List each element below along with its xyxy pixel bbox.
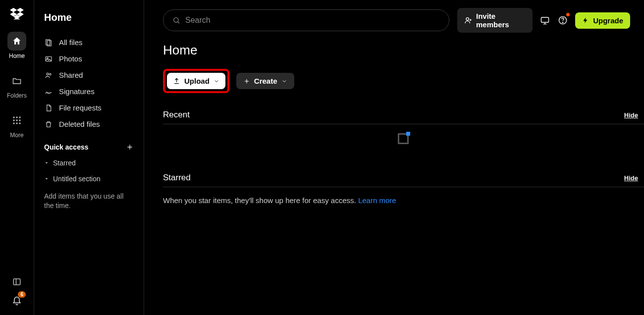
starred-empty-text: When you star items, they'll show up her…	[163, 196, 358, 205]
svg-point-21	[562, 22, 563, 23]
notification-dot	[566, 13, 570, 16]
files-icon	[44, 39, 53, 47]
nav-item-label: Deleted files	[59, 120, 100, 128]
svg-rect-0	[13, 117, 15, 118]
invite-members-button[interactable]: Invite members	[457, 8, 533, 33]
svg-point-17	[174, 18, 178, 22]
svg-rect-1	[16, 117, 18, 118]
nav-item-photos[interactable]: Photos	[34, 51, 144, 67]
main-area: Invite members Upgrade Home Upload	[144, 0, 644, 315]
create-label: Create	[254, 77, 277, 85]
rail-item-more[interactable]: More	[3, 111, 30, 139]
app-rail: Home Folders More 6	[0, 0, 34, 315]
screen-icon	[540, 15, 550, 25]
upgrade-label: Upgrade	[593, 16, 623, 25]
grid-icon	[12, 116, 21, 125]
notification-badge: 6	[18, 291, 26, 298]
recent-hide-link[interactable]: Hide	[624, 111, 638, 119]
upload-icon	[173, 77, 180, 85]
quick-access-section-starred[interactable]: Starred	[34, 155, 144, 171]
people-icon	[44, 71, 53, 79]
notifications-button[interactable]: 6	[12, 296, 22, 306]
nav-item-label: File requests	[59, 104, 102, 112]
rail-item-label: Home	[9, 52, 25, 59]
image-icon	[44, 55, 53, 63]
svg-point-15	[47, 73, 49, 75]
home-icon	[12, 36, 22, 46]
chevron-down-icon	[214, 78, 219, 84]
chevron-down-icon	[281, 78, 287, 84]
nav-item-file-requests[interactable]: File requests	[34, 100, 144, 116]
nav-item-label: Shared	[59, 71, 83, 79]
search-input[interactable]	[185, 16, 440, 25]
quick-access-section-untitled[interactable]: Untitled section	[34, 171, 144, 187]
learn-more-link[interactable]: Learn more	[358, 196, 396, 205]
dropbox-logo-icon[interactable]	[10, 8, 24, 20]
invite-label: Invite members	[476, 12, 526, 29]
svg-rect-8	[19, 123, 21, 124]
chevron-down-icon	[44, 176, 49, 181]
search-box[interactable]	[163, 9, 449, 31]
chevron-down-icon	[44, 160, 49, 165]
svg-rect-3	[13, 120, 15, 121]
add-quick-access-button[interactable]	[126, 143, 134, 151]
quick-access-title: Quick access	[44, 143, 89, 151]
nav-item-signatures[interactable]: Signatures	[34, 83, 144, 100]
nav-item-label: Signatures	[59, 87, 95, 96]
nav-item-label: Photos	[59, 54, 82, 63]
nav-item-all-files[interactable]: All files	[34, 34, 144, 51]
help-button[interactable]	[557, 14, 568, 26]
rail-item-label: More	[10, 132, 23, 139]
svg-rect-7	[16, 123, 18, 124]
nav-item-deleted-files[interactable]: Deleted files	[34, 116, 144, 132]
svg-rect-4	[16, 120, 18, 121]
starred-hide-link[interactable]: Hide	[624, 174, 638, 182]
svg-rect-19	[541, 17, 548, 22]
help-icon	[558, 15, 568, 25]
svg-point-16	[50, 73, 51, 75]
svg-point-18	[466, 18, 469, 20]
bell-icon	[12, 296, 22, 306]
svg-rect-9	[13, 279, 20, 285]
svg-rect-6	[13, 123, 15, 124]
topbar: Invite members Upgrade	[144, 0, 644, 38]
upload-label: Upload	[184, 77, 210, 85]
recent-section: Recent Hide	[163, 110, 644, 156]
panel-toggle-icon[interactable]	[12, 277, 21, 286]
quick-access-hint: Add items that you use all the time.	[34, 187, 144, 210]
svg-rect-5	[19, 120, 21, 121]
rail-item-folders[interactable]: Folders	[3, 71, 30, 99]
sidebar: Home All files Photos Shared Signatures …	[34, 0, 144, 315]
quick-access-section-label: Untitled section	[53, 175, 101, 183]
search-icon	[172, 16, 180, 24]
create-button[interactable]: Create	[236, 73, 294, 89]
sidebar-title: Home	[34, 7, 144, 34]
upload-highlight: Upload	[163, 69, 229, 93]
signature-icon	[44, 88, 53, 96]
nav-item-shared[interactable]: Shared	[34, 67, 144, 83]
trash-icon	[44, 120, 53, 128]
bolt-icon	[582, 17, 589, 24]
upgrade-button[interactable]: Upgrade	[575, 12, 630, 29]
folder-icon	[12, 76, 22, 86]
plus-icon	[243, 78, 250, 85]
file-icon	[44, 104, 53, 112]
quick-access-section-label: Starred	[53, 159, 76, 167]
nav-item-label: All files	[59, 38, 83, 47]
rail-item-home[interactable]: Home	[3, 32, 30, 59]
loading-indicator-icon	[398, 133, 409, 144]
starred-section: Starred Hide When you star items, they'l…	[163, 173, 644, 205]
present-button[interactable]	[539, 14, 550, 26]
page-title: Home	[163, 43, 644, 58]
recent-title: Recent	[163, 110, 190, 120]
upload-button[interactable]: Upload	[167, 73, 225, 89]
svg-rect-2	[19, 117, 21, 118]
rail-item-label: Folders	[7, 92, 27, 99]
starred-title: Starred	[163, 173, 191, 183]
person-add-icon	[464, 16, 472, 24]
